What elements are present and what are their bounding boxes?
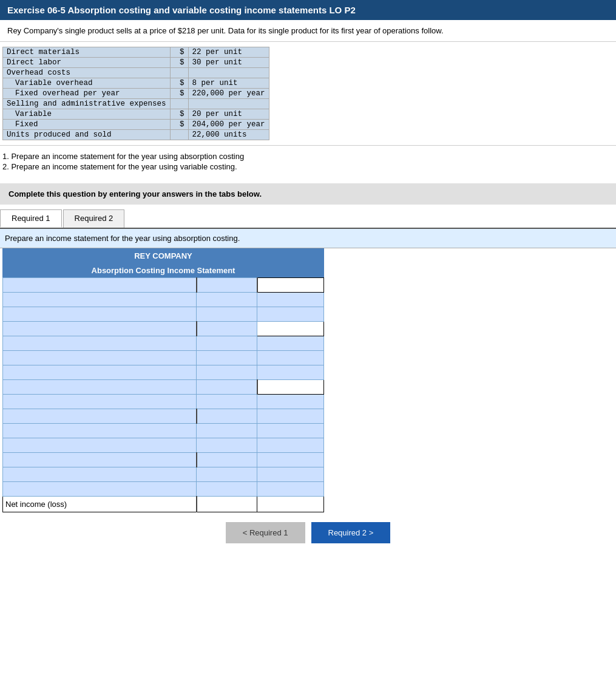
income-row [3,351,324,365]
income-label-cell [3,482,197,497]
instruction-line1: 1. Prepare an income statement for the y… [2,152,614,161]
income-row [3,409,324,424]
row-dollar: $ [170,58,188,68]
income-amount1 [197,482,257,497]
data-table-container: Direct materials $ 22 per unit Direct la… [0,42,616,146]
income-row [3,365,324,380]
row-dollar [170,68,188,78]
income-amount2 [257,409,324,424]
row-label: Selling and administrative expenses [3,99,171,109]
income-row [3,453,324,467]
table-row: Units produced and sold 22,000 units [3,130,269,140]
row-dollar: $ [170,78,188,89]
row-dollar: $ [170,89,188,99]
income-row [3,322,324,336]
income-label-cell [3,424,197,438]
income-amount1 [197,467,257,482]
income-row [3,307,324,322]
page-title: Exercise 06-5 Absorption costing and var… [0,0,616,20]
instructions: 1. Prepare an income statement for the y… [0,146,616,178]
income-label-cell [3,380,197,395]
table-row: Fixed overhead per year $ 220,000 per ye… [3,89,269,99]
income-amount2 [257,365,324,380]
row-label: Variable [3,109,171,120]
row-value [188,99,269,109]
income-amount2 [257,307,324,322]
row-label: Units produced and sold [3,130,171,140]
income-label-cell [3,467,197,482]
income-amount2 [257,278,324,293]
income-amount2 [257,293,324,307]
income-label-cell [3,395,197,409]
income-row [3,438,324,453]
income-label-cell [3,307,197,322]
income-amount1 [197,293,257,307]
table-row: Direct labor $ 30 per unit [3,58,269,68]
income-amount1 [197,307,257,322]
income-amount2 [257,336,324,351]
income-amount2 [257,453,324,467]
income-row [3,278,324,293]
table-row: Overhead costs [3,68,269,78]
income-label-cell [3,409,197,424]
row-label: Fixed overhead per year [3,89,171,99]
row-dollar: $ [170,109,188,120]
income-statement-container: REY COMPANY Absorption Costing Income St… [2,248,324,512]
income-amount1 [197,336,257,351]
income-amount1 [197,424,257,438]
income-amount1 [197,409,257,424]
tab-description: Prepare an income statement for the year… [0,229,616,248]
income-amount2 [257,395,324,409]
income-amount2 [257,467,324,482]
income-row [3,380,324,395]
income-amount2 [257,424,324,438]
tab-required2[interactable]: Required 2 [63,209,125,228]
income-row [3,482,324,497]
income-amount1 [197,322,257,336]
income-label-cell [3,293,197,307]
income-amount1 [197,380,257,395]
row-value: 20 per unit [188,109,269,120]
income-row [3,336,324,351]
income-table: Net income (loss) [2,277,324,512]
next-button[interactable]: Required 2 > [311,522,391,543]
row-value [188,68,269,78]
row-value: 22 per unit [188,47,269,58]
income-label-cell [3,453,197,467]
table-row: Fixed $ 204,000 per year [3,120,269,130]
income-amount1 [197,438,257,453]
income-amount2 [257,482,324,497]
income-label-cell [3,438,197,453]
row-dollar [170,99,188,109]
table-row: Variable overhead $ 8 per unit [3,78,269,89]
income-amount2 [257,351,324,365]
row-dollar: $ [170,47,188,58]
row-label: Variable overhead [3,78,171,89]
company-name: REY COMPANY [2,248,324,263]
table-row: Direct materials $ 22 per unit [3,47,269,58]
complete-banner: Complete this question by entering your … [0,183,616,205]
row-value: 8 per unit [188,78,269,89]
row-value: 204,000 per year [188,120,269,130]
instruction-line2: 2. Prepare an income statement for the y… [2,162,614,171]
income-amount1 [197,395,257,409]
net-income-amount1 [197,497,257,512]
prev-button[interactable]: < Required 1 [226,522,305,543]
row-label: Direct materials [3,47,171,58]
row-label: Fixed [3,120,171,130]
income-label-cell [3,336,197,351]
row-value: 22,000 units [188,130,269,140]
income-label-cell [3,365,197,380]
table-row: Selling and administrative expenses [3,99,269,109]
row-value: 30 per unit [188,58,269,68]
income-amount1 [197,351,257,365]
income-amount1 [197,365,257,380]
tab-required1[interactable]: Required 1 [0,209,62,228]
income-amount1 [197,453,257,467]
nav-buttons: < Required 1 Required 2 > [0,512,616,551]
income-amount2 [257,322,324,336]
row-label: Overhead costs [3,68,171,78]
income-amount2 [257,380,324,395]
row-label: Direct labor [3,58,171,68]
statement-title: Absorption Costing Income Statement [2,263,324,277]
